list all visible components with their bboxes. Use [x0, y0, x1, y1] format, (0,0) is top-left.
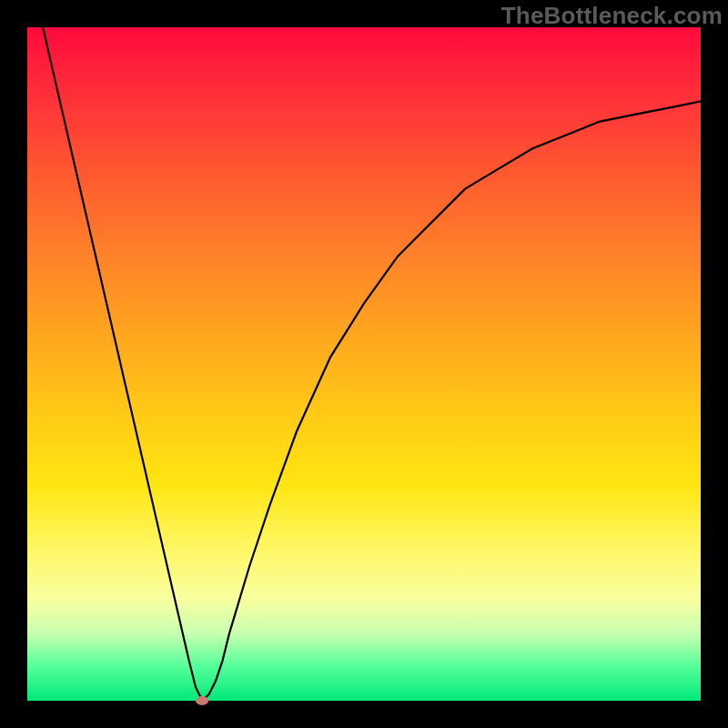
optimum-marker: [196, 696, 208, 705]
plot-area: [27, 27, 701, 701]
curve-svg: [27, 27, 701, 701]
watermark-text: TheBottleneck.com: [501, 2, 723, 30]
bottleneck-curve-path: [27, 27, 701, 701]
chart-frame: TheBottleneck.com: [0, 0, 728, 728]
